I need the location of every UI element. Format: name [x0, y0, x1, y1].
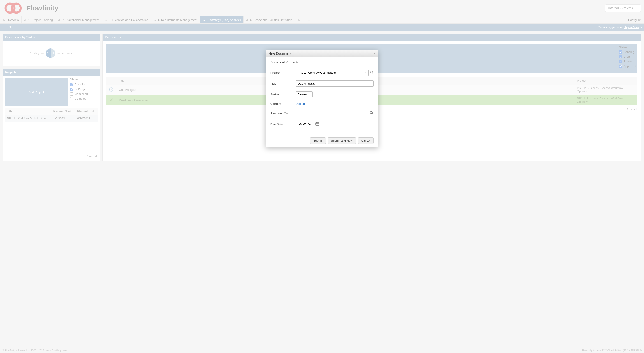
field-label: Title	[270, 82, 293, 85]
svg-point-28	[370, 71, 372, 73]
modal-overlay: New Document ✕ Document Requisition Proj…	[0, 0, 644, 164]
svg-line-31	[372, 113, 373, 114]
dialog-actions: Submit Submit and New Cancel	[266, 134, 378, 147]
submit-and-new-button[interactable]: Submit and New	[328, 137, 356, 144]
field-label: Assigned To	[270, 112, 293, 115]
assigned-input[interactable]	[296, 110, 368, 116]
close-icon[interactable]: ✕	[373, 52, 376, 55]
field-title: Title	[270, 78, 374, 89]
submit-button[interactable]: Submit	[310, 137, 326, 144]
dialog-subtitle: Document Requisition	[266, 57, 378, 66]
svg-rect-32	[316, 123, 319, 125]
search-icon[interactable]	[370, 70, 374, 75]
svg-point-30	[370, 111, 372, 114]
new-document-dialog: New Document ✕ Document Requisition Proj…	[266, 50, 378, 147]
project-input[interactable]	[296, 70, 369, 76]
cancel-button[interactable]: Cancel	[358, 137, 374, 144]
field-status: Status Review	[270, 89, 374, 100]
field-label: Content	[270, 102, 293, 105]
dialog-form: Project × Title Status	[266, 66, 378, 134]
dialog-title: New Document	[268, 52, 291, 55]
field-label: Due Date	[270, 122, 293, 126]
field-due-date: Due Date	[270, 119, 374, 129]
dialog-titlebar[interactable]: New Document ✕	[266, 50, 378, 57]
title-input[interactable]	[296, 80, 374, 86]
field-content: Content Upload	[270, 100, 374, 108]
search-icon[interactable]	[370, 111, 374, 116]
field-label: Status	[270, 93, 293, 96]
field-label: Project	[270, 71, 293, 74]
field-project: Project ×	[270, 67, 374, 78]
svg-line-29	[372, 73, 373, 74]
due-date-input[interactable]	[296, 121, 314, 127]
upload-link[interactable]: Upload	[296, 102, 305, 105]
status-select[interactable]: Review	[296, 91, 312, 97]
clear-icon[interactable]: ×	[365, 71, 366, 75]
calendar-icon[interactable]	[316, 122, 319, 126]
field-assigned: Assigned To	[270, 108, 374, 119]
